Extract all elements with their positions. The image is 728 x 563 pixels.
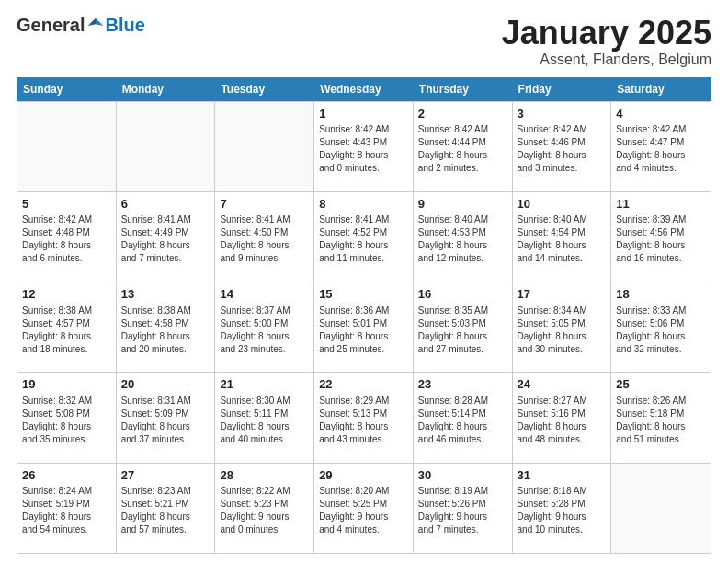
cell-text: Daylight: 8 hours — [121, 511, 210, 523]
cell-text: Daylight: 8 hours — [616, 239, 706, 252]
cal-cell: 4Sunrise: 8:42 AMSunset: 4:47 PMDaylight… — [611, 102, 711, 191]
header-day-friday: Friday — [513, 78, 612, 100]
day-number: 25 — [616, 376, 706, 393]
cal-cell: 21Sunrise: 8:30 AMSunset: 5:11 PMDayligh… — [215, 373, 314, 462]
cell-text: and 27 minutes. — [418, 343, 507, 356]
cell-text: Daylight: 8 hours — [319, 149, 408, 162]
cell-text: Sunset: 5:09 PM — [121, 408, 210, 420]
day-number: 18 — [616, 286, 706, 303]
cell-text: and 14 minutes. — [518, 252, 607, 265]
cell-text: and 25 minutes. — [319, 343, 408, 356]
cell-text: Daylight: 8 hours — [319, 330, 408, 343]
cell-text: Sunset: 5:05 PM — [518, 317, 607, 330]
cell-text: Sunset: 5:28 PM — [518, 498, 607, 511]
logo-general: General — [17, 15, 85, 36]
calendar-header: SundayMondayTuesdayWednesdayThursdayFrid… — [17, 77, 711, 101]
cell-text: and 4 minutes. — [616, 162, 706, 175]
cell-text: Daylight: 8 hours — [22, 511, 111, 523]
cell-text: Sunset: 5:14 PM — [418, 408, 507, 420]
cal-cell: 10Sunrise: 8:40 AMSunset: 4:54 PMDayligh… — [513, 192, 612, 282]
cell-text: Daylight: 8 hours — [220, 330, 309, 343]
day-number: 22 — [319, 376, 408, 393]
cal-cell: 7Sunrise: 8:41 AMSunset: 4:50 PMDaylight… — [215, 192, 314, 282]
cell-text: Daylight: 8 hours — [418, 149, 507, 162]
cell-text: Sunrise: 8:22 AM — [220, 485, 309, 498]
cell-text: Daylight: 8 hours — [121, 420, 210, 433]
day-number: 8 — [319, 196, 408, 213]
day-number: 24 — [518, 376, 607, 393]
logo: General Blue — [17, 15, 145, 36]
cell-text: Sunset: 5:26 PM — [418, 498, 507, 511]
cal-cell: 14Sunrise: 8:37 AMSunset: 5:00 PMDayligh… — [215, 282, 314, 372]
cell-text: Daylight: 8 hours — [616, 420, 706, 433]
cell-text: Sunrise: 8:19 AM — [418, 485, 507, 498]
cell-text: Daylight: 9 hours — [319, 511, 408, 523]
cell-text: Daylight: 8 hours — [121, 330, 210, 343]
cal-cell: 24Sunrise: 8:27 AMSunset: 5:16 PMDayligh… — [513, 373, 612, 462]
cell-text: Daylight: 8 hours — [616, 149, 706, 162]
cell-text: and 54 minutes. — [22, 523, 111, 536]
cell-text: Sunset: 5:21 PM — [121, 498, 210, 511]
cal-cell: 6Sunrise: 8:41 AMSunset: 4:49 PMDaylight… — [117, 192, 216, 282]
cell-text: Sunset: 4:48 PM — [22, 226, 111, 239]
cell-text: Sunrise: 8:36 AM — [319, 304, 408, 317]
cell-text: Sunrise: 8:34 AM — [518, 304, 607, 317]
cell-text: Sunset: 4:52 PM — [319, 226, 408, 239]
day-number: 16 — [418, 286, 507, 303]
cell-text: and 7 minutes. — [418, 523, 507, 536]
cell-text: and 48 minutes. — [518, 433, 607, 446]
cell-text: Sunrise: 8:32 AM — [22, 395, 111, 408]
day-number: 7 — [220, 196, 309, 213]
logo-blue: Blue — [105, 15, 144, 36]
cell-text: Sunrise: 8:41 AM — [319, 213, 408, 226]
cell-text: Sunset: 4:56 PM — [616, 226, 706, 239]
cell-text: Daylight: 8 hours — [518, 330, 607, 343]
cell-text: Sunrise: 8:26 AM — [616, 395, 706, 408]
cal-cell — [611, 464, 711, 553]
cell-text: and 37 minutes. — [121, 433, 210, 446]
day-number: 10 — [518, 196, 607, 213]
cell-text: Sunrise: 8:37 AM — [220, 304, 309, 317]
cal-cell: 3Sunrise: 8:42 AMSunset: 4:46 PMDaylight… — [513, 102, 612, 191]
cell-text: and 30 minutes. — [518, 343, 607, 356]
cal-cell: 11Sunrise: 8:39 AMSunset: 4:56 PMDayligh… — [611, 192, 711, 282]
cell-text: Sunset: 5:18 PM — [616, 408, 706, 420]
cell-text: Sunset: 5:00 PM — [220, 317, 309, 330]
cell-text: Daylight: 8 hours — [22, 330, 111, 343]
cal-cell: 19Sunrise: 8:32 AMSunset: 5:08 PMDayligh… — [17, 373, 117, 462]
cell-text: Daylight: 8 hours — [418, 420, 507, 433]
cell-text: Daylight: 8 hours — [518, 149, 607, 162]
day-number: 4 — [616, 106, 706, 122]
cell-text: Sunrise: 8:40 AM — [518, 213, 607, 226]
day-number: 31 — [518, 467, 607, 484]
cell-text: Sunrise: 8:42 AM — [319, 123, 408, 136]
cell-text: Sunrise: 8:29 AM — [319, 395, 408, 408]
cell-text: Sunset: 4:58 PM — [121, 317, 210, 330]
cal-cell: 23Sunrise: 8:28 AMSunset: 5:14 PMDayligh… — [414, 373, 513, 462]
cal-cell: 12Sunrise: 8:38 AMSunset: 4:57 PMDayligh… — [17, 282, 117, 372]
cell-text: Daylight: 9 hours — [418, 511, 507, 523]
day-number: 14 — [220, 286, 309, 303]
cell-text: Sunrise: 8:35 AM — [418, 304, 507, 317]
cell-text: Sunrise: 8:28 AM — [418, 395, 507, 408]
logo-icon — [86, 17, 105, 35]
day-number: 20 — [121, 376, 210, 393]
cell-text: Sunset: 5:06 PM — [616, 317, 706, 330]
cell-text: and 35 minutes. — [22, 433, 111, 446]
cell-text: Sunrise: 8:23 AM — [121, 485, 210, 498]
cell-text: Daylight: 8 hours — [418, 239, 507, 252]
cell-text: Sunrise: 8:27 AM — [518, 395, 607, 408]
cal-cell: 13Sunrise: 8:38 AMSunset: 4:58 PMDayligh… — [117, 282, 216, 372]
day-number: 30 — [418, 467, 507, 484]
cell-text: and 7 minutes. — [121, 252, 210, 265]
title-block: January 2025 Assent, Flanders, Belgium — [502, 15, 711, 68]
cell-text: Sunset: 5:19 PM — [22, 498, 111, 511]
cell-text: Daylight: 8 hours — [616, 330, 706, 343]
week-5: 26Sunrise: 8:24 AMSunset: 5:19 PMDayligh… — [17, 463, 711, 553]
cal-cell: 26Sunrise: 8:24 AMSunset: 5:19 PMDayligh… — [17, 464, 117, 553]
day-number: 19 — [22, 376, 111, 393]
cell-text: Sunrise: 8:30 AM — [220, 395, 309, 408]
cell-text: and 57 minutes. — [121, 523, 210, 536]
cell-text: and 23 minutes. — [220, 343, 309, 356]
cell-text: and 2 minutes. — [418, 162, 507, 175]
